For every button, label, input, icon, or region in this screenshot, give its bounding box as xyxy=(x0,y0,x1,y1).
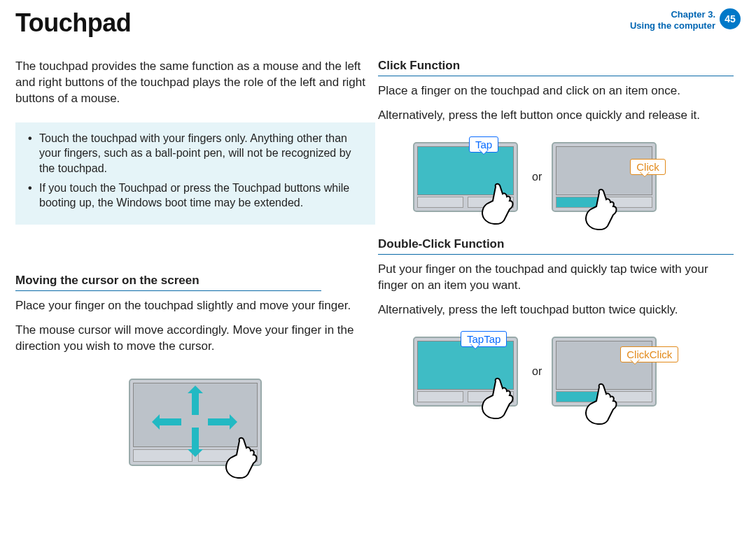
hand-icon xyxy=(578,380,627,429)
section-heading-click: Click Function xyxy=(378,59,734,76)
chapter-line: Chapter 3. xyxy=(630,9,715,20)
hand-icon xyxy=(475,374,524,423)
left-column: The touchpad provides the same function … xyxy=(15,59,378,473)
touchpad-tap-illustration: Tap xyxy=(413,142,518,212)
section-heading-moving-cursor: Moving the cursor on the screen xyxy=(15,274,321,291)
body-paragraph: Place a ﬁnger on the touchpad and click … xyxy=(378,83,741,99)
hand-icon xyxy=(475,180,524,229)
callout-clickclick: ClickClick xyxy=(620,346,678,362)
body-paragraph: Put your ﬁnger on the touchpad and quick… xyxy=(378,262,741,294)
callout-click: Click xyxy=(630,159,666,175)
body-paragraph: The mouse cursor will move accordingly. … xyxy=(15,323,375,355)
hand-icon xyxy=(578,185,627,234)
callout-tap: Tap xyxy=(469,136,498,153)
body-paragraph: Alternatively, press the left touchpad b… xyxy=(378,302,741,318)
figure-double-click-row: TapTap or ClickClick xyxy=(413,337,741,407)
or-label: or xyxy=(532,171,542,183)
page-title: Touchpad xyxy=(15,8,131,38)
body-paragraph: Place your ﬁnger on the touchpad slightl… xyxy=(15,298,375,314)
touchpad-clickclick-illustration: ClickClick xyxy=(552,337,657,407)
note-item: Touch the touchpad with your ﬁngers only… xyxy=(28,131,368,176)
chapter-subline: Using the computer xyxy=(630,20,715,31)
figure-moving-cursor xyxy=(15,379,375,466)
or-label: or xyxy=(532,365,542,378)
touchpad-click-illustration: Click xyxy=(552,142,657,212)
callout-taptap: TapTap xyxy=(461,331,507,347)
body-paragraph: Alternatively, press the left button onc… xyxy=(378,108,741,124)
intro-paragraph: The touchpad provides the same function … xyxy=(15,59,375,107)
figure-click-row: Tap or Click xyxy=(413,142,741,212)
page-header: Touchpad Chapter 3. Using the computer 4… xyxy=(15,8,741,38)
section-heading-double-click: Double-Click Function xyxy=(378,237,734,255)
right-column: Click Function Place a ﬁnger on the touc… xyxy=(378,59,741,473)
hand-icon xyxy=(218,434,267,483)
note-box: Touch the touchpad with your ﬁngers only… xyxy=(15,122,375,225)
chapter-label-group: Chapter 3. Using the computer 45 xyxy=(630,8,741,31)
touchpad-illustration xyxy=(129,379,262,466)
touchpad-taptap-illustration: TapTap xyxy=(413,337,518,407)
page-number-badge: 45 xyxy=(720,8,741,29)
note-item: If you touch the Touchpad or press the T… xyxy=(28,181,368,211)
